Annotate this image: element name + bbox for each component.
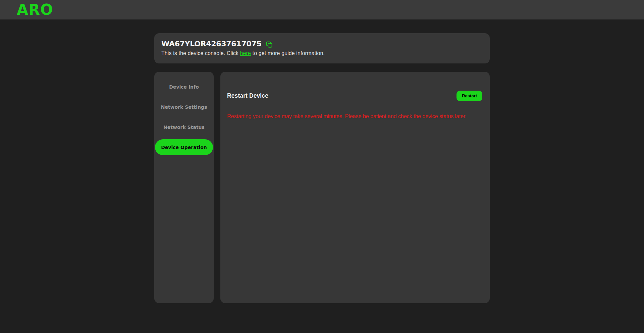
device-id: WA67YLOR42637617075 <box>161 40 261 48</box>
sidebar: Device Info Network Settings Network Sta… <box>154 72 214 303</box>
subtitle-text: This is the device console. Click <box>161 50 240 56</box>
device-operation-panel: Restart Device Restart Restarting your d… <box>220 72 490 303</box>
sidebar-item-device-operation[interactable]: Device Operation <box>155 139 213 155</box>
section-title: Restart Device <box>227 92 268 99</box>
subtitle-text-suffix: to get more guide information. <box>251 50 325 56</box>
restart-section-header: Restart Device Restart <box>227 91 482 101</box>
device-summary-card: WA67YLOR42637617075 This is the device c… <box>154 33 490 63</box>
aro-logo: ARO <box>17 2 53 17</box>
console-subtitle: This is the device console. Click here t… <box>161 50 481 56</box>
panels-row: Device Info Network Settings Network Sta… <box>154 72 490 303</box>
page-container: WA67YLOR42637617075 This is the device c… <box>154 33 490 303</box>
sidebar-item-device-info[interactable]: Device Info <box>163 79 205 95</box>
copy-icon <box>266 41 273 48</box>
copy-device-id-button[interactable] <box>266 41 273 48</box>
guide-here-link[interactable]: here <box>240 50 251 56</box>
sidebar-item-network-status[interactable]: Network Status <box>157 119 211 135</box>
app-header: ARO <box>0 0 644 19</box>
restart-button[interactable]: Restart <box>457 91 482 101</box>
restart-warning-text: Restarting your device may take several … <box>227 113 472 120</box>
device-id-row: WA67YLOR42637617075 <box>161 40 481 48</box>
sidebar-item-network-settings[interactable]: Network Settings <box>155 99 213 115</box>
